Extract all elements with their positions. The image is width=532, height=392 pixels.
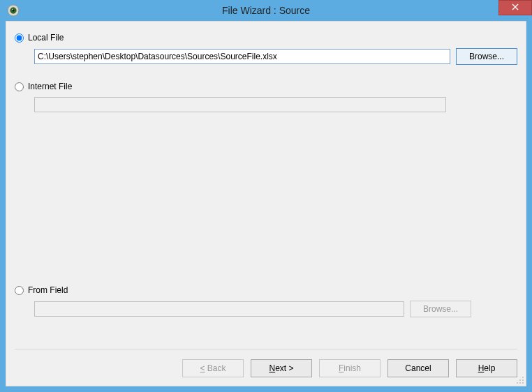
divider [15,349,517,349]
svg-point-6 [519,379,521,381]
svg-point-8 [519,382,521,384]
svg-point-5 [522,379,524,381]
close-button[interactable] [498,0,532,15]
from-field-input[interactable] [34,301,404,317]
app-icon [7,4,20,17]
svg-point-3 [12,9,13,10]
local-file-path-input[interactable] [34,49,450,64]
close-icon [512,3,519,13]
cancel-button[interactable]: Cancel [387,359,449,377]
window-title: File Wizard : Source [0,0,532,21]
resize-grip-icon[interactable] [516,376,524,384]
from-field-radio[interactable] [15,286,24,295]
titlebar: File Wizard : Source [0,0,532,21]
internet-file-url-input[interactable] [34,97,446,112]
from-field-section: From Field Browse... [15,278,517,323]
local-file-section: Local File Browse... [6,22,526,70]
next-button[interactable]: Next > [251,359,312,377]
svg-point-7 [522,382,524,384]
svg-point-4 [522,377,524,378]
svg-point-9 [517,382,518,384]
internet-file-section: Internet File [6,70,526,118]
wizard-window: File Wizard : Source Local File Browse..… [0,0,532,392]
from-field-label[interactable]: From Field [28,285,68,295]
from-field-browse-button: Browse... [410,301,471,317]
internet-file-label[interactable]: Internet File [28,82,72,91]
local-file-radio[interactable] [15,33,24,43]
local-file-label[interactable]: Local File [28,33,64,43]
back-button: < Back [182,359,244,377]
wizard-button-bar: < Back Next > Finish Cancel Help [15,359,517,377]
help-button[interactable]: Help [456,359,517,377]
client-area: Local File Browse... Internet File From … [6,21,526,386]
local-browse-button[interactable]: Browse... [456,48,517,65]
internet-file-radio[interactable] [15,82,24,91]
finish-button: Finish [319,359,380,377]
